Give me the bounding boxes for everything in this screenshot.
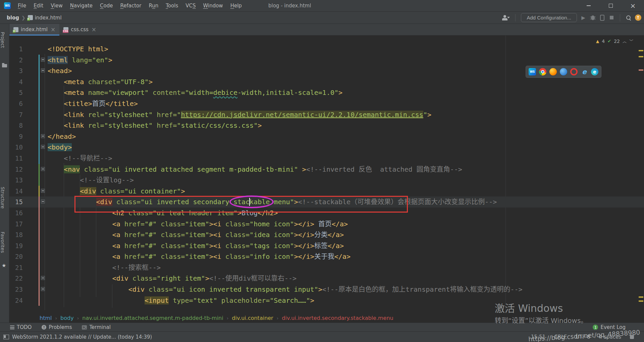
close-button[interactable]: × — [622, 0, 644, 11]
code-line-16[interactable]: 16 <h2 class="ui teal header item">Blog<… — [9, 208, 644, 219]
code-line-11[interactable]: 11 <!--导航栏--> — [9, 153, 644, 164]
breadcrumb-item[interactable]: nav.ui.inverted.attached.segment.m-padde… — [82, 315, 223, 321]
update-available-button[interactable]: ↑ — [635, 14, 641, 21]
stop-button[interactable] — [608, 15, 614, 21]
fold-marker-down[interactable] — [41, 199, 45, 204]
code-editor[interactable]: 1<!DOCTYPE html>2<html lang="en">3<head>… — [9, 36, 644, 314]
tab-close-icon[interactable]: × — [51, 26, 55, 33]
code-text[interactable]: <meta name="viewport" content="width=deb… — [48, 87, 342, 98]
code-line-5[interactable]: 5 <meta name="viewport" content="width=d… — [9, 87, 644, 98]
code-text[interactable]: </head> — [48, 131, 76, 142]
code-text[interactable]: <!--设置log--> — [48, 175, 134, 186]
ws-browser-icon[interactable]: WS — [529, 68, 536, 75]
restore-button[interactable] — [600, 0, 622, 11]
code-line-1[interactable]: 1<!DOCTYPE html> — [9, 44, 644, 55]
minimize-button[interactable] — [578, 0, 600, 11]
fold-marker-down[interactable] — [41, 276, 45, 280]
code-text[interactable]: <link rel="stylesheet" href="static/css/… — [48, 120, 262, 131]
code-text[interactable]: <a href="#" class="item"><i class="home … — [48, 219, 348, 230]
code-line-10[interactable]: 10<body> — [9, 142, 644, 153]
inspections-widget[interactable]: ▲ 4 ✔ 22 ︿ ﹀ — [596, 38, 633, 44]
code-line-4[interactable]: 4 <meta charset="UTF-8"> — [9, 76, 644, 88]
code-line-15[interactable]: 15 <div class="ui inverted secondary sta… — [9, 196, 644, 208]
code-text[interactable]: <html lang="en"> — [48, 55, 112, 66]
code-text[interactable]: <a href="#" class="item"><i class="idea … — [48, 229, 344, 240]
code-line-12[interactable]: 12 <nav class="ui inverted attached segm… — [9, 164, 644, 175]
breadcrumb-file[interactable]: index.html — [35, 15, 62, 21]
toolwindow-button-terminal[interactable]: >_Terminal — [82, 324, 110, 330]
code-text[interactable]: <a href="#" class="item"><i class="tags … — [48, 240, 344, 251]
code-line-17[interactable]: 17 <a href="#" class="item"><i class="ho… — [9, 219, 644, 230]
safari-browser-icon[interactable] — [560, 68, 567, 75]
code-text[interactable]: <div class="ui container"> — [48, 186, 185, 197]
breadcrumb-item[interactable]: div.ui.container — [232, 315, 273, 321]
search-everywhere-button[interactable] — [626, 15, 632, 21]
fold-marker-down[interactable] — [41, 58, 45, 62]
sidebar-item-project[interactable]: Project — [0, 32, 9, 48]
menu-item-file[interactable]: File — [14, 0, 30, 11]
sidebar-item-structure[interactable]: Structure — [0, 187, 9, 209]
fold-marker-up[interactable] — [41, 134, 45, 138]
code-line-6[interactable]: 6 <title>首页</title> — [9, 98, 644, 109]
code-text[interactable]: <meta charset="UTF-8"> — [48, 76, 153, 88]
code-line-8[interactable]: 8 <link rel="stylesheet" href="static/cs… — [9, 120, 644, 131]
fold-marker-down[interactable] — [41, 68, 45, 72]
prev-issue-button[interactable]: ︿ — [623, 38, 627, 44]
code-text[interactable]: <head> — [48, 65, 72, 76]
code-text[interactable]: <!DOCTYPE html> — [48, 44, 108, 55]
star-icon[interactable]: ★ — [2, 263, 6, 269]
sidebar-item-favorites[interactable]: Favorites — [0, 232, 9, 253]
run-button[interactable]: ▶ — [580, 15, 586, 21]
breadcrumb-project[interactable]: blog — [7, 15, 19, 21]
code-text[interactable]: <a href="#" class="item"><i class="info … — [48, 251, 351, 262]
code-text[interactable]: <title>首页</title> — [48, 98, 138, 109]
tab-css.css[interactable]: CSScss.css× — [59, 24, 100, 35]
code-line-23[interactable]: 23 <div class="ui icon inverted transpar… — [9, 284, 644, 295]
code-text[interactable]: <nav class="ui inverted attached segment… — [48, 164, 462, 175]
code-text[interactable]: <!--导航栏--> — [48, 153, 112, 164]
menu-item-code[interactable]: Code — [96, 0, 116, 11]
chrome-browser-icon[interactable] — [539, 68, 546, 75]
menu-item-edit[interactable]: Edit — [30, 0, 47, 11]
opera-browser-icon[interactable] — [570, 68, 578, 75]
breadcrumb-item[interactable]: div.ui.inverted.secondary.stackable.menu — [282, 315, 393, 321]
code-text[interactable]: <body> — [48, 142, 72, 153]
code-line-2[interactable]: 2<html lang="en"> — [9, 55, 644, 66]
fold-marker-down[interactable] — [41, 167, 45, 171]
code-text[interactable]: <input type="text" placeholder="Search……… — [48, 295, 314, 306]
menu-item-window[interactable]: Window — [199, 0, 226, 11]
breadcrumb-item[interactable]: html — [40, 315, 52, 321]
menu-item-run[interactable]: Run — [145, 0, 162, 11]
debug-button[interactable] — [590, 15, 596, 21]
code-text[interactable]: <h2 class="ui teal header item">Blog</h2… — [48, 208, 278, 219]
add-configuration-button[interactable]: Add Configuration... — [521, 13, 577, 22]
user-menu-button[interactable] — [502, 15, 510, 20]
menu-item-view[interactable]: View — [47, 0, 66, 11]
fold-marker-down[interactable] — [41, 145, 45, 149]
fold-marker-down[interactable] — [41, 287, 45, 291]
fold-marker-down[interactable] — [41, 189, 45, 193]
toolwindow-button-problems[interactable]: !Problems — [42, 324, 72, 330]
menu-item-vcs[interactable]: VCS — [182, 0, 199, 11]
menu-item-navigate[interactable]: Navigate — [66, 0, 96, 11]
menu-item-tools[interactable]: Tools — [162, 0, 182, 11]
code-line-13[interactable]: 13 <!--设置log--> — [9, 175, 644, 186]
profile-button[interactable] — [599, 15, 605, 21]
code-line-9[interactable]: 9</head> — [9, 131, 644, 142]
menu-item-refactor[interactable]: Refactor — [117, 0, 145, 11]
code-line-18[interactable]: 18 <a href="#" class="item"><i class="id… — [9, 229, 644, 240]
edge-browser-icon[interactable]: e — [591, 68, 598, 75]
ie-browser-icon[interactable]: e — [581, 68, 588, 75]
code-line-21[interactable]: 21 <!--搜索框--> — [9, 262, 644, 273]
code-line-22[interactable]: 22 <div class="right item"><!--使用div框可以靠… — [9, 273, 644, 284]
code-line-19[interactable]: 19 <a href="#" class="item"><i class="ta… — [9, 240, 644, 251]
code-text[interactable]: <div class="ui inverted secondary stacka… — [48, 196, 497, 208]
code-text[interactable]: <div class="right item"><!--使用div框可以靠右--… — [48, 273, 297, 284]
code-text[interactable]: <!--搜索框--> — [48, 262, 161, 273]
firefox-browser-icon[interactable] — [549, 68, 557, 75]
code-text[interactable]: <link rel="stylesheet" href="https://cdn… — [48, 109, 431, 120]
breadcrumb-item[interactable]: body — [60, 315, 74, 321]
tab-close-icon[interactable]: × — [92, 26, 96, 33]
tab-index.html[interactable]: Hindex.html× — [9, 24, 59, 35]
menu-item-help[interactable]: Help — [227, 0, 246, 11]
